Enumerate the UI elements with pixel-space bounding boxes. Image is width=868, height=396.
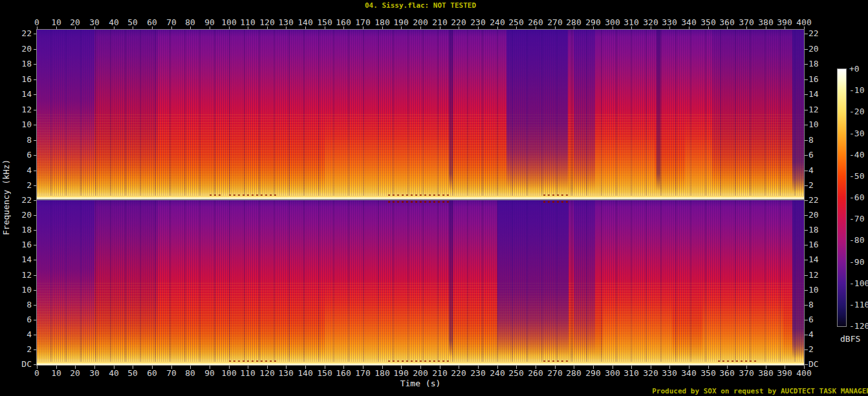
y-axis-tick-label-right: 22 — [808, 29, 819, 38]
spectrogram-segment-fade — [792, 200, 804, 365]
y-axis-tick-label-left: 6 — [1, 151, 32, 160]
y-axis-tick-label-left: 12 — [1, 105, 32, 114]
y-axis-tick-label-right: 22 — [808, 196, 819, 205]
y-axis-tick-label-right: 14 — [808, 90, 819, 99]
y-axis-tick-right — [805, 110, 808, 110]
x-axis-tick-label-bottom: 400 — [788, 369, 820, 378]
y-axis-tick-label-right: 10 — [808, 120, 819, 129]
colorbar-tick-label: -20 — [849, 107, 864, 116]
y-axis-tick-right — [805, 335, 808, 335]
y-axis-tick-right — [805, 245, 808, 245]
y-axis-tick-label-left: 16 — [1, 75, 32, 84]
colorbar-tick-label: -10 — [849, 86, 864, 95]
y-axis-tick-right — [805, 34, 808, 34]
y-axis-tick-label-left: 8 — [1, 300, 32, 309]
y-axis-tick-right — [805, 215, 808, 216]
y-axis-tick-right — [805, 125, 808, 125]
colorbar-tick-label: -70 — [849, 214, 864, 224]
sox-spectrogram-image: 04. Sissy.flac: NOT TESTED Frequency (kH… — [0, 0, 868, 396]
y-axis-tick-right — [805, 260, 808, 260]
spectrogram-segment-mild — [712, 30, 793, 199]
y-axis-tick-label-left: 2 — [1, 345, 32, 354]
spectrogram-segment-quiet2 — [574, 30, 595, 199]
colorbar-tick-label: -110 — [849, 300, 868, 309]
y-axis-tick-label-left: 22 — [1, 196, 32, 205]
spectrogram-segment-dip — [449, 30, 453, 199]
spectrogram-segment-quiet2 — [574, 200, 595, 365]
colorbar-tick-label: -120 — [849, 322, 868, 331]
y-axis-tick-label-left: 18 — [1, 225, 32, 234]
colorbar — [838, 69, 846, 326]
y-axis-tick-right — [805, 155, 808, 156]
dc-energy-band — [37, 196, 804, 199]
y-axis-tick-label-right: 6 — [808, 151, 814, 160]
y-axis-tick-right — [805, 200, 808, 201]
y-axis-tick-label-right: 20 — [808, 45, 819, 54]
spectrogram-segment-fade — [792, 30, 804, 199]
y-axis-tick-right — [805, 230, 808, 231]
y-axis-tick-right — [805, 290, 808, 291]
spectrogram-segment-bright — [595, 30, 655, 199]
y-axis-tick-label-left: 14 — [1, 90, 32, 99]
colorbar-tick-label: -50 — [849, 172, 864, 181]
y-axis-tick-label-left: 16 — [1, 240, 32, 249]
spectrogram-segment-bright — [603, 200, 672, 365]
spectrogram-segment-dip — [449, 200, 453, 365]
spectrogram-segment-intro — [37, 30, 94, 199]
colorbar-tick-label: -60 — [849, 193, 864, 202]
y-axis-tick-label-left: 10 — [1, 286, 32, 295]
spectrogram-segment-quiet — [497, 200, 569, 365]
spectrogram-segment-intro — [37, 200, 94, 365]
y-axis-tick-right — [805, 49, 808, 50]
y-axis-tick-label-right: 20 — [808, 211, 819, 220]
y-axis-tick-label-right: 18 — [808, 59, 819, 68]
spectrogram-segment-quiet — [506, 30, 568, 199]
y-axis-tick-label-right: 2 — [808, 345, 814, 354]
colorbar-tick-label: -30 — [849, 129, 864, 138]
spectrogram-segment-mild — [94, 200, 158, 365]
y-axis-tick-right — [805, 275, 808, 276]
page-title: 04. Sissy.flac: NOT TESTED — [37, 1, 804, 10]
y-axis-tick-right — [805, 64, 808, 65]
spectrogram-segment-bright — [325, 30, 450, 199]
y-axis-tick-right — [805, 140, 808, 141]
spectrogram-segment-bright — [325, 200, 450, 365]
spectrogram-segment-dip — [656, 30, 660, 199]
y-axis-tick-label-right: 16 — [808, 240, 819, 249]
y-axis-tick-label-left: 4 — [1, 166, 32, 175]
footer-credit: Produced by SOX on request by AUCDTECT T… — [652, 387, 868, 395]
dc-energy-band — [37, 362, 804, 365]
y-axis-tick-right — [805, 364, 808, 365]
y-axis-tick-label-left: 6 — [1, 315, 32, 324]
y-axis-tick-right — [805, 320, 808, 320]
y-axis-tick-label-right: 16 — [808, 75, 819, 84]
y-axis-tick-label-right: 8 — [808, 300, 814, 309]
spectrogram-segment-bright — [702, 200, 783, 365]
y-axis-tick-right — [805, 94, 808, 95]
colorbar-tick-label: -80 — [849, 236, 864, 245]
colorbar-tick-label: -100 — [849, 279, 868, 288]
y-axis-tick-label-left: 22 — [1, 29, 32, 38]
y-axis-tick-label-right: 6 — [808, 315, 814, 324]
spectrogram-segment-bright — [685, 30, 712, 199]
colorbar-unit-label: dBFS — [840, 335, 860, 344]
y-axis-tick-label-right: 4 — [808, 330, 814, 339]
colorbar-tick-label: -90 — [849, 258, 864, 267]
y-axis-tick-label-left: 12 — [1, 271, 32, 280]
x-axis-tick-label-top: 400 — [788, 18, 820, 27]
y-axis-tick-label-left: 18 — [1, 59, 32, 68]
spectrogram-panel-channel-2-right — [37, 200, 804, 365]
colorbar-tick-label: -40 — [849, 151, 864, 160]
y-axis-tick-label-left: 14 — [1, 255, 32, 264]
y-axis-tick-label-right: 12 — [808, 271, 819, 280]
y-axis-tick-label-right: 4 — [808, 166, 814, 175]
y-axis-tick-label-left: 2 — [1, 181, 32, 190]
y-axis-tick-right — [805, 171, 808, 171]
y-axis-tick-label-right: 2 — [808, 181, 814, 190]
y-axis-tick-right — [805, 349, 808, 350]
spectrogram-segment-mild — [94, 30, 158, 199]
y-axis-tick-label-right: 18 — [808, 225, 819, 234]
y-axis-tick-label-left: 8 — [1, 136, 32, 145]
y-axis-tick-label-left: 10 — [1, 120, 32, 129]
y-axis-tick-right — [805, 79, 808, 80]
